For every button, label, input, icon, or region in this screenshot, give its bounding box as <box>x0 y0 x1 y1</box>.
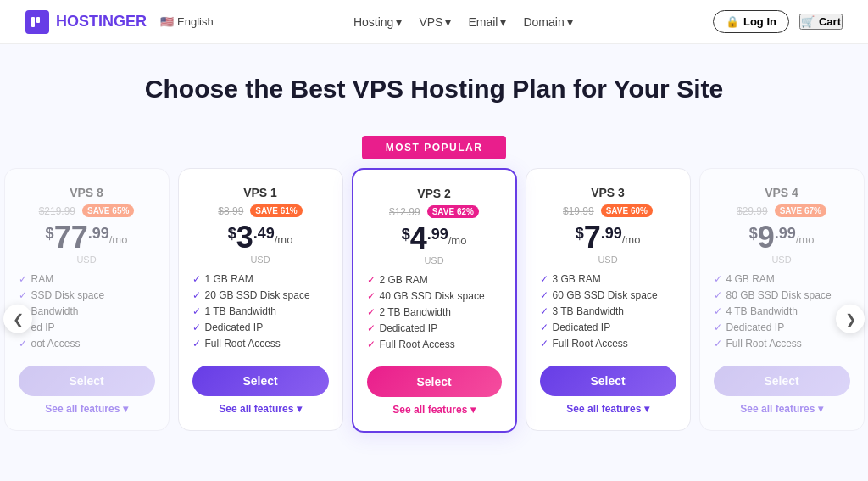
price-main: 3 <box>236 222 253 253</box>
price-badge-row: $8.99 SAVE 61% <box>218 204 302 217</box>
check-icon: ✓ <box>367 338 376 350</box>
original-price: $219.99 <box>39 205 75 217</box>
see-features-link[interactable]: See all features ▾ <box>219 403 301 415</box>
cart-button[interactable]: 🛒 Cart <box>799 14 843 30</box>
select-button[interactable]: Select <box>19 366 155 396</box>
feature-item: ✓ oot Access <box>19 338 155 350</box>
nav-domain[interactable]: Domain ▾ <box>523 15 572 29</box>
feature-text: Dedicated IP <box>205 322 264 333</box>
language-selector[interactable]: 🇺🇸 English <box>160 15 214 28</box>
check-icon: ✓ <box>540 305 548 317</box>
flag-icon: 🇺🇸 <box>160 15 174 28</box>
price-row: $ 77 .99 /mo <box>46 222 128 253</box>
arrow-right-button[interactable]: ❯ <box>836 305 865 333</box>
price-badge-row: $12.99 SAVE 62% <box>389 205 479 218</box>
feature-text: 4 TB Bandwidth <box>726 305 798 317</box>
save-badge: SAVE 61% <box>250 204 302 217</box>
price-main: 77 <box>54 222 88 253</box>
feature-text: 20 GB SSD Disk space <box>205 289 310 301</box>
price-decimal: .99 <box>775 226 796 241</box>
feature-text: Dedicated IP <box>553 322 611 333</box>
feature-item: ✓ Dedicated IP <box>192 322 329 333</box>
feature-text: 40 GB SSD Disk space <box>380 290 485 302</box>
check-icon: ✓ <box>192 289 201 301</box>
plan-card-vps2: VPS 2 $12.99 SAVE 62% $ 4 .99 /mo USD ✓ … <box>352 168 517 433</box>
feature-item: ✓ 4 GB RAM <box>714 273 850 285</box>
original-price: $12.99 <box>389 206 420 218</box>
login-button[interactable]: 🔒 Log In <box>713 10 789 33</box>
check-icon: ✓ <box>19 273 27 285</box>
select-button[interactable]: Select <box>192 366 329 396</box>
feature-text: Full Root Access <box>553 338 628 350</box>
check-icon: ✓ <box>714 338 722 350</box>
price-mo: /mo <box>275 228 293 253</box>
feature-text: Full Root Access <box>380 338 455 350</box>
check-icon: ✓ <box>192 338 201 350</box>
plans-wrapper: VPS 8 $219.99 SAVE 65% $ 77 .99 /mo USD … <box>34 159 834 441</box>
plans-section: ❮ VPS 8 $219.99 SAVE 65% $ 77 .99 /mo US… <box>0 159 868 467</box>
select-button[interactable]: Select <box>540 366 676 396</box>
feature-item: ✓ 20 GB SSD Disk space <box>192 289 329 301</box>
price-main: 4 <box>410 223 427 254</box>
plan-name: VPS 2 <box>417 187 451 200</box>
save-badge: SAVE 60% <box>601 204 653 217</box>
see-features-link[interactable]: See all features ▾ <box>740 403 822 415</box>
nav-vps[interactable]: VPS ▾ <box>419 15 451 29</box>
feature-item: ✓ RAM <box>19 273 155 285</box>
feature-item: ✓ Bandwidth <box>19 305 155 317</box>
arrow-left-button[interactable]: ❮ <box>3 305 32 333</box>
feature-text: RAM <box>31 273 54 285</box>
logo[interactable]: HOSTINGER <box>25 10 147 34</box>
check-icon: ✓ <box>367 306 376 318</box>
feature-item: ✓ 2 GB RAM <box>367 274 502 286</box>
check-icon: ✓ <box>714 273 722 285</box>
save-badge: SAVE 67% <box>775 204 826 217</box>
check-icon: ✓ <box>714 289 722 301</box>
price-mo: /mo <box>796 228 815 253</box>
feature-item: ✓ 1 TB Bandwidth <box>192 305 329 317</box>
see-features-link[interactable]: See all features ▾ <box>392 404 475 416</box>
check-icon: ✓ <box>192 305 201 317</box>
features-list: ✓ 2 GB RAM ✓ 40 GB SSD Disk space ✓ 2 TB… <box>367 274 502 355</box>
svg-rect-0 <box>31 17 35 27</box>
feature-item: ✓ Dedicated IP <box>540 322 676 333</box>
header-left: HOSTINGER 🇺🇸 English <box>25 10 214 34</box>
select-button[interactable]: Select <box>714 366 850 396</box>
feature-text: 2 GB RAM <box>380 274 428 286</box>
price-decimal: .49 <box>253 226 275 241</box>
price-usd: USD <box>250 254 270 265</box>
price-row: $ 3 .49 /mo <box>228 222 293 253</box>
see-features-link[interactable]: See all features ▾ <box>566 403 648 415</box>
features-list: ✓ 4 GB RAM ✓ 80 GB SSD Disk space ✓ 4 TB… <box>714 273 850 354</box>
save-badge: SAVE 62% <box>427 205 479 218</box>
plan-name: VPS 8 <box>70 186 103 199</box>
feature-item: ✓ 3 GB RAM <box>540 273 676 285</box>
feature-item: ✓ 40 GB SSD Disk space <box>367 290 502 302</box>
select-button[interactable]: Select <box>367 366 502 397</box>
check-icon: ✓ <box>19 338 27 350</box>
feature-text: 3 TB Bandwidth <box>553 305 625 317</box>
feature-item: ✓ 2 TB Bandwidth <box>367 306 502 318</box>
price-decimal: .99 <box>601 226 622 241</box>
price-badge-row: $219.99 SAVE 65% <box>39 204 135 217</box>
logo-text: HOSTINGER <box>56 13 147 31</box>
price-dollar: $ <box>228 226 236 241</box>
nav-email[interactable]: Email ▾ <box>468 15 506 29</box>
feature-text: 4 GB RAM <box>726 273 775 285</box>
check-icon: ✓ <box>714 322 722 333</box>
check-icon: ✓ <box>540 322 548 333</box>
check-icon: ✓ <box>540 289 548 301</box>
nav-hosting[interactable]: Hosting ▾ <box>353 15 402 29</box>
check-icon: ✓ <box>540 273 548 285</box>
price-usd: USD <box>76 254 96 265</box>
price-badge-row: $19.99 SAVE 60% <box>563 204 653 217</box>
save-badge: SAVE 65% <box>82 204 134 217</box>
original-price: $29.99 <box>737 205 768 217</box>
most-popular-badge: MOST POPULAR <box>362 136 507 159</box>
price-dollar: $ <box>576 226 584 241</box>
price-mo: /mo <box>109 228 128 253</box>
see-features-link[interactable]: See all features ▾ <box>45 403 127 415</box>
feature-text: 60 GB SSD Disk space <box>553 289 658 301</box>
most-popular-wrapper: MOST POPULAR <box>0 136 868 159</box>
price-usd: USD <box>424 255 443 266</box>
